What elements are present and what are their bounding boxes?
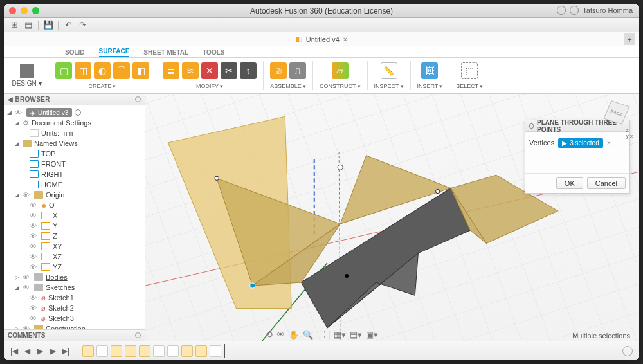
insert-icon[interactable]: 🖼 — [421, 62, 438, 79]
press-pull-icon[interactable]: ≣ — [163, 62, 179, 79]
timeline-item[interactable] — [153, 345, 165, 357]
origin-y[interactable]: 👁Y — [4, 221, 145, 231]
sketches-node[interactable]: ◢👁Sketches — [4, 282, 145, 293]
construct-label[interactable]: CONSTRUCT ▾ — [320, 82, 361, 89]
viewport-icon[interactable]: ▣▾ — [366, 330, 378, 340]
as-built-icon[interactable]: ⎍ — [289, 62, 306, 79]
timeline-item[interactable] — [181, 345, 193, 357]
origin-node[interactable]: ◢👁Origin — [4, 190, 145, 200]
close-window[interactable] — [9, 7, 16, 14]
origin-z[interactable]: 👁Z — [4, 231, 145, 241]
undo-icon[interactable]: ↶ — [62, 19, 75, 31]
timeline-item[interactable] — [167, 345, 179, 357]
root-node[interactable]: ◢👁◈ Untitled v3 — [4, 107, 145, 118]
doc-settings-node[interactable]: ◢⚙Document Settings — [4, 118, 145, 128]
group-modify: ≣ ≋ ✕ ✂ ↕ MODIFY ▾ — [158, 58, 262, 93]
timeline-item[interactable] — [82, 345, 94, 357]
view-right[interactable]: RIGHT — [4, 169, 145, 179]
grid-icon[interactable]: ▤▾ — [350, 330, 362, 340]
timeline-settings-icon[interactable] — [622, 346, 633, 356]
timeline-end-icon[interactable]: ▶| — [60, 347, 71, 356]
sweep-icon[interactable]: ⌒ — [113, 62, 130, 79]
select-label[interactable]: SELECT ▾ — [456, 82, 483, 89]
units-node[interactable]: Units: mm — [4, 128, 145, 138]
extrude-icon[interactable]: ◫ — [75, 62, 91, 79]
origin-yz[interactable]: 👁YZ — [4, 262, 145, 272]
sketch3[interactable]: 👁⌀Sketch3 — [4, 313, 145, 323]
tab-tools[interactable]: TOOLS — [203, 49, 224, 57]
view-cube[interactable]: BACK — [602, 98, 631, 127]
tab-solid[interactable]: SOLID — [65, 49, 85, 57]
clear-selection-icon[interactable]: × — [607, 139, 611, 147]
job-status-icon[interactable] — [570, 6, 579, 15]
timeline-fwd-icon[interactable]: ▶ — [48, 347, 58, 356]
assemble-label[interactable]: ASSEMBLE ▾ — [270, 82, 306, 89]
named-views-node[interactable]: ◢Named Views — [4, 138, 145, 149]
origin-x[interactable]: 👁X — [4, 210, 145, 221]
svg-point-16 — [436, 190, 440, 194]
redo-icon[interactable]: ↷ — [76, 19, 89, 31]
joint-icon[interactable]: ⎚ — [270, 62, 287, 79]
timeline: |◀ ◀ ▶ ▶ ▶| — [4, 341, 639, 360]
view-top[interactable]: TOP — [4, 149, 145, 159]
trim-icon[interactable]: ✕ — [201, 62, 218, 79]
timeline-item[interactable] — [96, 345, 108, 357]
timeline-start-icon[interactable]: |◀ — [9, 347, 19, 356]
timeline-item[interactable] — [139, 345, 150, 357]
pan-icon[interactable]: ✋ — [289, 330, 299, 340]
ok-button[interactable]: OK — [556, 177, 583, 189]
tab-surface[interactable]: SURFACE — [99, 48, 130, 57]
split-icon[interactable]: ✂ — [221, 62, 237, 79]
cancel-button[interactable]: Cancel — [587, 177, 626, 189]
look-icon[interactable]: 👁 — [276, 330, 285, 340]
timeline-marker[interactable] — [224, 344, 225, 358]
document-tab[interactable]: ◧ Untitled v4 × — [244, 35, 399, 43]
modify-label[interactable]: MODIFY ▾ — [196, 82, 223, 89]
display-icon[interactable]: ▦▾ — [334, 330, 346, 340]
view-front[interactable]: FRONT — [4, 159, 145, 169]
timeline-item[interactable] — [111, 345, 122, 357]
revolve-icon[interactable]: ◐ — [94, 62, 111, 79]
origin-o[interactable]: 👁◆O — [4, 200, 145, 210]
sketch-icon[interactable]: ▢ — [55, 62, 72, 79]
apps-icon[interactable]: ⊞ — [8, 19, 21, 31]
user-name[interactable]: Tatsuro Homma — [583, 6, 633, 14]
timeline-item[interactable] — [195, 345, 207, 357]
select-icon[interactable]: ⬚ — [461, 62, 478, 79]
timeline-item[interactable] — [210, 345, 221, 357]
browser-header[interactable]: ◀ BROWSER — [4, 94, 145, 105]
origin-xy[interactable]: 👁XY — [4, 241, 145, 251]
measure-icon[interactable]: 📏 — [381, 62, 397, 79]
timeline-play-icon[interactable]: ▶ — [35, 347, 45, 356]
tab-sheet-metal[interactable]: SHEET METAL — [143, 49, 188, 57]
zoom-window[interactable] — [32, 7, 39, 14]
selection-chip[interactable]: ▶ 3 selected — [558, 138, 603, 148]
orbit-icon[interactable]: ⟲ — [266, 330, 273, 340]
loft-icon[interactable]: ◧ — [132, 62, 149, 79]
origin-xz[interactable]: 👁XZ — [4, 251, 145, 262]
minimize-window[interactable] — [21, 7, 28, 14]
new-tab-button[interactable]: + — [624, 33, 635, 45]
workspace-switcher[interactable]: DESIGN ▾ — [4, 58, 50, 93]
view-home[interactable]: HOME — [4, 179, 145, 190]
create-label[interactable]: CREATE ▾ — [89, 82, 116, 89]
file-icon[interactable]: ▤ — [22, 19, 35, 31]
save-icon[interactable]: 💾 — [42, 19, 55, 31]
sketch1[interactable]: 👁⌀Sketch1 — [4, 293, 145, 303]
insert-label[interactable]: INSERT ▾ — [417, 82, 443, 89]
bodies-node[interactable]: ▷👁Bodies — [4, 272, 145, 282]
group-insert: 🖼 INSERT ▾ — [412, 58, 448, 93]
plane-icon[interactable]: ▱ — [332, 62, 349, 79]
fillet-icon[interactable]: ≋ — [182, 62, 199, 79]
move-icon[interactable]: ↕ — [240, 62, 257, 79]
timeline-item[interactable] — [125, 345, 136, 357]
inspect-label[interactable]: INSPECT ▾ — [374, 82, 404, 89]
sketch2[interactable]: 👁⌀Sketch2 — [4, 303, 145, 313]
notifications-icon[interactable] — [557, 6, 566, 15]
fit-icon[interactable]: ⛶ — [317, 330, 325, 340]
zoom-icon[interactable]: 🔍 — [303, 330, 313, 340]
timeline-back-icon[interactable]: ◀ — [22, 347, 32, 356]
browser-settings-icon[interactable] — [135, 96, 141, 102]
comments-header[interactable]: COMMENTS — [4, 329, 145, 341]
close-tab-icon[interactable]: × — [343, 35, 347, 43]
